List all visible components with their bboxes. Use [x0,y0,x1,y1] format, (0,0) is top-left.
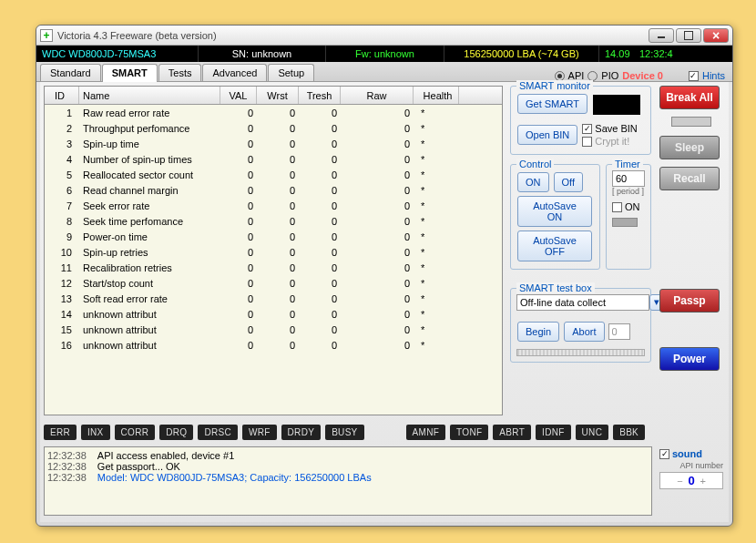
api-radio[interactable] [555,71,565,81]
hints-label: Hints [702,70,725,81]
col-wrst[interactable]: Wrst [257,87,299,104]
control-box: Control ON Off AutoSave ON AutoSave OFF [510,164,600,270]
status-tag: BBK [613,425,645,440]
test-select[interactable] [516,294,649,311]
save-bin-checkbox[interactable] [582,124,592,134]
recall-button[interactable]: Recall [659,167,720,190]
col-name[interactable]: Name [79,87,220,104]
smart-monitor-box: SMART monitor Get SMART Open BIN Save BI… [510,86,651,155]
tab-advanced[interactable]: Advanced [202,64,267,81]
status-tag: DRDY [281,425,322,440]
begin-button[interactable]: Begin [517,322,559,342]
table-row[interactable]: 13Soft read error rate0000* [45,291,502,306]
maximize-button[interactable] [676,28,701,43]
col-raw[interactable]: Raw [341,87,414,104]
abort-button[interactable]: Abort [564,322,604,342]
table-row[interactable]: 10Spin-up retries0000* [45,244,502,260]
time-date: 14.09 [599,46,639,62]
control-legend: Control [516,159,554,169]
status-tag: ABRT [493,425,531,440]
table-row[interactable]: 7Seek error rate0000* [45,198,502,213]
log-line: 12:32:38Model: WDC WD800JD-75MSA3; Capac… [47,472,649,483]
status-tags: ERRINXCORRDRQDRSCWRFDRDYBUSYAMNFTONFABRT… [44,425,727,440]
status-tag: WRF [242,425,277,440]
status-indicator [593,95,640,115]
status-tag: INX [81,425,110,440]
passp-button[interactable]: Passp [659,289,720,312]
timer-on-checkbox[interactable] [612,202,622,212]
app-icon [40,29,53,42]
drive-fw: Fw: unknown [326,46,444,62]
col-val[interactable]: VAL [220,87,257,104]
drive-model: WDC WD800JD-75MSA3 [36,46,199,62]
test-progress [516,349,645,356]
col-tresh[interactable]: Tresh [299,87,341,104]
status-tag: BUSY [325,425,363,440]
status-tag: AMNF [406,425,446,440]
api-number-value: 0 [688,474,694,487]
sound-label: sound [672,448,702,459]
tab-tests[interactable]: Tests [158,64,202,81]
minimize-button[interactable] [649,28,674,43]
sound-checkbox[interactable] [659,449,669,459]
log-line: 12:32:38API access enabled, device #1 [47,450,649,461]
test-box-legend: SMART test box [516,282,595,293]
timer-period: [ period ] [612,187,645,196]
status-tag: TONF [450,425,488,440]
table-row[interactable]: 14unknown attribut0000* [45,306,502,322]
tab-standard[interactable]: Standard [40,64,101,81]
status-tag: IDNF [536,425,571,440]
pio-radio[interactable] [587,71,598,81]
api-number-stepper[interactable]: − 0 + [659,472,723,489]
autosave-off-button[interactable]: AutoSave OFF [517,231,592,261]
table-row[interactable]: 3Spin-up time0000* [45,136,502,151]
power-button[interactable]: Power [659,347,720,371]
crypt-checkbox[interactable] [582,137,592,147]
save-bin-label: Save BIN [595,123,637,134]
get-smart-button[interactable]: Get SMART [517,94,587,114]
log-panel[interactable]: 12:32:38API access enabled, device #112:… [44,446,652,516]
table-row[interactable]: 4Number of spin-up times0000* [45,151,502,167]
table-row[interactable]: 16unknown attribut0000* [45,337,502,353]
autosave-on-button[interactable]: AutoSave ON [517,196,592,227]
crypt-label: Crypt it! [595,136,629,147]
table-row[interactable]: 12Start/stop count0000* [45,275,502,291]
timer-on-label: ON [625,201,640,212]
status-tag: DRSC [198,425,238,440]
titlebar[interactable]: Victoria 4.3 Freeware (beta version) [36,26,732,46]
timer-progress [612,218,638,227]
timer-box: Timer [ period ] ON [606,164,651,270]
col-health[interactable]: Health [414,87,459,104]
table-row[interactable]: 11Recalibration retries0000* [45,260,502,275]
api-minus[interactable]: − [675,476,684,487]
drive-lba: 156250000 LBA (~74 GB) [444,46,599,62]
table-row[interactable]: 15unknown attribut0000* [45,322,502,337]
table-row[interactable]: 5Reallocated sector count0000* [45,167,502,182]
timer-legend: Timer [612,159,643,169]
status-tag: UNC [576,425,609,440]
status-tag: DRQ [159,425,193,440]
table-row[interactable]: 1Raw read error rate0000* [45,105,502,120]
smart-table: ID Name VAL Wrst Tresh Raw Health 1Raw r… [44,86,503,415]
api-plus[interactable]: + [699,476,708,487]
time-clock: 12:32:4 [639,46,679,62]
sleep-button[interactable]: Sleep [659,136,720,159]
table-row[interactable]: 2Throughput perfomance0000* [45,120,502,136]
open-bin-button[interactable]: Open BIN [517,125,577,145]
timer-input[interactable] [612,170,645,187]
app-window: Victoria 4.3 Freeware (beta version) WDC… [36,25,733,527]
hints-checkbox[interactable] [689,71,699,81]
control-on-button[interactable]: ON [517,172,549,192]
test-num-input[interactable] [608,323,630,340]
smart-test-box: SMART test box ▾ Begin Abort [510,288,651,363]
table-row[interactable]: 8Seek time perfomance0000* [45,213,502,229]
break-all-button[interactable]: Break All [659,86,720,109]
control-off-button[interactable]: Off [554,172,583,192]
drive-sn: SN: unknown [199,46,326,62]
tab-smart[interactable]: SMART [102,64,158,82]
close-button[interactable] [703,28,729,43]
tab-setup[interactable]: Setup [268,64,314,81]
table-row[interactable]: 6Read channel margin0000* [45,182,502,198]
col-id[interactable]: ID [45,87,79,104]
table-row[interactable]: 9Power-on time0000* [45,229,502,244]
